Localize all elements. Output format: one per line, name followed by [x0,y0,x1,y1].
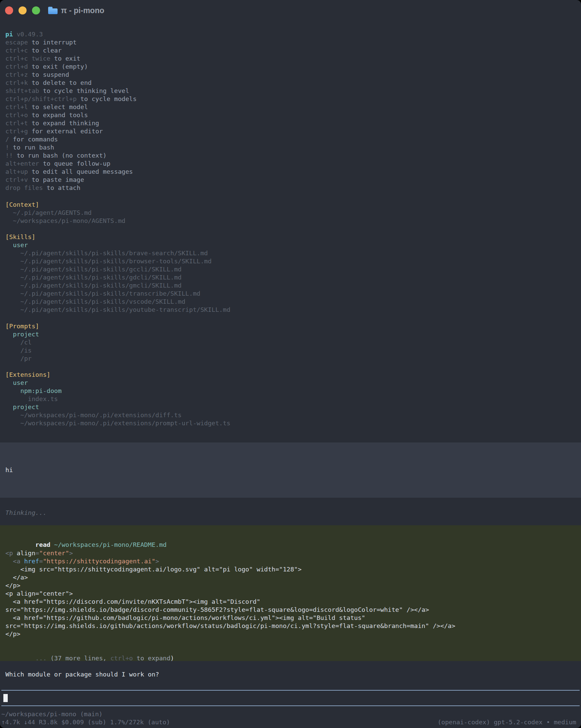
code-line: </p> [5,630,576,638]
expand-hint-segments: ... (37 more lines, ctrl+o to expand) [35,655,174,662]
statusbar: ~/workspaces/pi-mono (main) ↑4.7k ↓44 R3… [0,710,581,726]
zoom-button[interactable] [32,6,40,15]
code-line: <a href="https://shittycodingagent.ai"> [5,557,576,565]
banner-line: ctrl+p/shift+ctrl+p to cycle models [5,95,576,103]
model-indicator: (openai-codex) gpt-5.2-codex • medium [438,718,576,726]
prompt-line: /is [5,346,576,355]
prompt-line: project [5,330,576,338]
context-line: [Context] [5,201,576,209]
banner-line: ctrl+t to expand thinking [5,119,576,127]
banner-line: escape to interrupt [5,38,576,47]
context-section: [Context] ~/.pi/agent/AGENTS.md ~/worksp… [0,201,581,225]
code-line: src="https://img.shields.io/github/actio… [5,622,576,630]
folder-icon [48,7,58,14]
extension-line: project [5,403,576,411]
banner-line: !! to run bash (no context) [5,152,576,160]
banner-line: shift+tab to cycle thinking level [5,87,576,95]
window-controls [5,6,40,15]
thinking-indicator: Thinking... [0,509,581,517]
code-line: <img src="https://shittycodingagent.ai/l… [5,565,576,573]
skills-section: [Skills] user ~/.pi/agent/skills/pi-skil… [0,233,581,314]
prompt-line: [Prompts] [5,322,576,330]
extensions-section: [Extensions] user npm:pi-doom index.ts p… [0,371,581,427]
extension-line: ~/workspaces/pi-mono/.pi/extensions/prom… [5,419,576,427]
token-usage-stats: ↑4.7k ↓44 R3.8k $0.009 (sub) 1.7%/272k (… [1,718,170,726]
context-line: ~/.pi/agent/AGENTS.md [5,209,576,217]
banner-line: ctrl+k to delete to end [5,79,576,87]
skill-line: user [5,241,576,249]
banner-line: ctrl+d to exit (empty) [5,62,576,71]
banner-line: ctrl+z to suspend [5,71,576,79]
prompt-line: /pr [5,355,576,363]
skill-line: ~/.pi/agent/skills/pi-skills/gccli/SKILL… [5,265,576,274]
banner-line: ctrl+v to paste image [5,176,576,184]
cwd-branch: ~/workspaces/pi-mono (main) [1,710,576,718]
banner-line: pi v0.49.3 [5,30,576,38]
context-line: ~/workspaces/pi-mono/AGENTS.md [5,217,576,225]
window-title: π - pi-mono [61,6,104,15]
banner-line: / for commands [5,135,576,144]
code-line: src="https://img.shields.io/badge/discor… [5,606,576,614]
extension-line: npm:pi-doom [5,387,576,395]
banner-line: ctrl+c to clear [5,47,576,55]
startup-banner: pi v0.49.3escape to interruptctrl+c to c… [0,30,581,192]
close-button[interactable] [5,6,13,15]
banner-line: ctrl+l to select model [5,103,576,111]
user-message: hi [0,442,581,498]
skill-line: [Skills] [5,233,576,241]
banner-line: alt+enter to queue follow-up [5,160,576,168]
skill-line: ~/.pi/agent/skills/pi-skills/browser-too… [5,257,576,265]
code-line: </a> [5,573,576,581]
prompts-section: [Prompts] project /cl /is /pr [0,322,581,363]
message-input[interactable] [1,690,580,706]
banner-line: drop files to attach [5,184,576,192]
assistant-message: Which module or package should I work on… [0,670,581,678]
minimize-button[interactable] [19,6,27,15]
banner-line: alt+up to edit all queued messages [5,168,576,176]
code-line: <a href="https://discord.com/invite/nKXT… [5,598,576,606]
skill-line: ~/.pi/agent/skills/pi-skills/vscode/SKIL… [5,298,576,306]
tool-header: read ~/workspaces/pi-mono/README.md [5,533,576,541]
banner-line: ctrl+c twice to exit [5,55,576,62]
skill-line: ~/.pi/agent/skills/pi-skills/youtube-tra… [5,306,576,314]
tool-header-segments: read ~/workspaces/pi-mono/README.md [35,541,167,548]
extension-line: [Extensions] [5,371,576,379]
terminal-content: pi v0.49.3escape to interruptctrl+c to c… [0,30,581,726]
text-cursor [3,694,8,702]
tool-code-block: <p align="center"> <a href="https://shit… [5,549,576,638]
code-line: </p> [5,581,576,590]
extension-line: ~/workspaces/pi-mono/.pi/extensions/diff… [5,411,576,419]
skill-line: ~/.pi/agent/skills/pi-skills/transcribe/… [5,290,576,298]
code-line: <p align="center"> [5,549,576,557]
tool-output-read: read ~/workspaces/pi-mono/README.md <p a… [0,525,581,661]
titlebar[interactable]: π - pi-mono [0,0,581,21]
code-line: <p align="center"> [5,590,576,598]
extension-line: index.ts [5,395,576,403]
skill-line: ~/.pi/agent/skills/pi-skills/gdcli/SKILL… [5,274,576,282]
code-line: <a href="https://github.com/badlogic/pi-… [5,614,576,622]
user-message-text: hi [5,466,576,474]
terminal-window: π - pi-mono pi v0.49.3escape to interrup… [0,0,581,728]
banner-line: ! to run bash [5,144,576,152]
expand-hint: ... (37 more lines, ctrl+o to expand) [5,646,576,654]
skill-line: ~/.pi/agent/skills/pi-skills/gmcli/SKILL… [5,282,576,290]
skill-line: ~/.pi/agent/skills/pi-skills/brave-searc… [5,249,576,257]
banner-line: ctrl+g for external editor [5,127,576,135]
extension-line: user [5,379,576,387]
prompt-line: /cl [5,338,576,346]
banner-line: ctrl+o to expand tools [5,111,576,119]
